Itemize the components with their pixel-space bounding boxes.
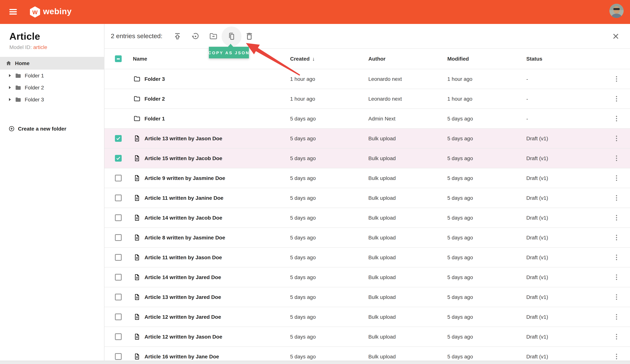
row-checkbox[interactable] (115, 195, 122, 201)
row-modified: 5 days ago (447, 254, 473, 260)
folder-icon (14, 96, 22, 103)
row-menu-kebab[interactable] (613, 313, 620, 321)
expand-caret-icon[interactable] (9, 74, 11, 77)
selection-count-text: 2 entries selected: (111, 32, 162, 40)
sort-desc-icon: ↓ (312, 56, 315, 62)
publish-icon (173, 32, 182, 41)
row-menu-kebab[interactable] (613, 114, 620, 123)
copy-icon (227, 32, 236, 41)
user-avatar[interactable] (610, 4, 624, 18)
move-folder-icon (209, 32, 218, 41)
column-header-modified[interactable]: Modified (447, 56, 469, 62)
folder-icon (133, 95, 141, 102)
row-checkbox[interactable] (115, 254, 122, 261)
row-menu-kebab[interactable] (613, 253, 620, 262)
hamburger-menu-icon[interactable] (9, 9, 17, 14)
table-row[interactable]: Article 8 written by Jasmine Doe 5 days … (104, 227, 630, 247)
row-status: Draft (v1) (526, 215, 548, 221)
column-header-status[interactable]: Status (526, 56, 542, 62)
folder-icon (133, 115, 141, 122)
row-status: - (526, 116, 528, 122)
move-to-folder-button[interactable] (209, 32, 218, 41)
row-menu-kebab[interactable] (613, 194, 620, 202)
model-id: Model ID: article (9, 44, 47, 50)
row-created: 5 days ago (290, 334, 316, 340)
table-row[interactable]: Folder 3 1 hour ago Leonardo next 1 hour… (104, 69, 630, 89)
row-menu-kebab[interactable] (613, 174, 620, 182)
row-menu-kebab[interactable] (613, 273, 620, 281)
row-menu-kebab[interactable] (613, 233, 620, 242)
folder-icon (14, 84, 22, 91)
row-menu-kebab[interactable] (613, 353, 620, 361)
delete-entries-button[interactable] (245, 32, 254, 41)
unpublish-entries-button[interactable] (191, 32, 200, 41)
row-checkbox[interactable] (115, 155, 122, 162)
horizontal-scrollbar-track[interactable] (0, 361, 630, 364)
table-row[interactable]: Article 14 written by Jacob Doe 5 days a… (104, 208, 630, 227)
row-checkbox[interactable] (115, 333, 122, 340)
table-row[interactable]: Folder 2 1 hour ago Leonardo next 1 hour… (104, 89, 630, 108)
document-icon (133, 313, 141, 321)
row-modified: 5 days ago (447, 354, 473, 360)
webiny-logo-icon[interactable]: W (30, 6, 40, 17)
table-row[interactable]: Article 15 written by Jacob Doe 5 days a… (104, 148, 630, 168)
column-header-name[interactable]: Name (133, 56, 147, 62)
select-all-checkbox[interactable] (115, 55, 122, 62)
row-menu-kebab[interactable] (613, 293, 620, 301)
table-row[interactable]: Article 12 written by Jared Doe 5 days a… (104, 307, 630, 327)
row-checkbox[interactable] (115, 314, 122, 320)
row-name: Folder 3 (144, 76, 165, 82)
row-checkbox[interactable] (115, 135, 122, 142)
document-icon (133, 353, 141, 360)
document-icon (133, 214, 141, 221)
publish-entries-button[interactable] (173, 32, 182, 41)
table-row[interactable]: Article 9 written by Jasmine Doe 5 days … (104, 168, 630, 188)
sidebar-item-folder-2[interactable]: Folder 2 (0, 81, 104, 93)
create-new-folder-button[interactable]: Create a new folder (0, 123, 104, 135)
copy-as-json-button[interactable] (227, 32, 236, 41)
table-row[interactable]: Article 13 written by Jared Doe 5 days a… (104, 287, 630, 307)
row-menu-kebab[interactable] (613, 75, 620, 83)
table-row[interactable]: Folder 1 5 days ago Admin Next 5 days ag… (104, 108, 630, 128)
row-checkbox[interactable] (115, 294, 122, 300)
row-created: 5 days ago (290, 135, 316, 141)
model-id-link[interactable]: article (33, 44, 47, 50)
row-menu-kebab[interactable] (613, 134, 620, 143)
sidebar-item-home[interactable]: Home (0, 57, 104, 70)
row-status: Draft (v1) (526, 314, 548, 320)
row-checkbox[interactable] (115, 274, 122, 281)
table-row[interactable]: Article 11 written by Janine Doe 5 days … (104, 188, 630, 208)
sidebar-item-folder-1[interactable]: Folder 1 (0, 70, 104, 81)
trash-icon (245, 32, 254, 41)
row-menu-kebab[interactable] (613, 333, 620, 341)
row-created: 5 days ago (290, 294, 316, 300)
table-row[interactable]: Article 12 written by Jason Doe 5 days a… (104, 327, 630, 347)
table-row[interactable]: Article 14 written by Jared Doe 5 days a… (104, 267, 630, 287)
row-checkbox[interactable] (115, 175, 122, 181)
row-status: Draft (v1) (526, 254, 548, 260)
row-checkbox[interactable] (115, 214, 122, 221)
folder-icon (133, 75, 141, 83)
table-row[interactable]: Article 13 written by Jason Doe 5 days a… (104, 128, 630, 148)
sidebar-item-folder-3[interactable]: Folder 3 (0, 93, 104, 105)
document-icon (133, 234, 141, 241)
close-selection-button[interactable] (612, 32, 620, 40)
row-menu-kebab[interactable] (613, 154, 620, 162)
table-row[interactable]: Article 11 written by Jason Doe 5 days a… (104, 247, 630, 267)
row-author: Bulk upload (368, 294, 396, 300)
kebab-icon (613, 75, 620, 83)
webiny-wordmark: webiny (43, 7, 72, 16)
column-header-author[interactable]: Author (368, 56, 386, 62)
row-name: Article 13 written by Jared Doe (144, 294, 221, 300)
expand-caret-icon[interactable] (9, 98, 11, 101)
expand-caret-icon[interactable] (9, 86, 11, 89)
row-checkbox[interactable] (115, 234, 122, 241)
folder-label: Folder 3 (25, 96, 44, 102)
column-header-created[interactable]: Created↓ (290, 56, 315, 62)
row-menu-kebab[interactable] (613, 214, 620, 222)
row-checkbox[interactable] (115, 353, 122, 360)
row-name: Folder 1 (144, 116, 165, 122)
row-status: Draft (v1) (526, 135, 548, 141)
row-menu-kebab[interactable] (613, 95, 620, 103)
row-name: Article 14 written by Jared Doe (144, 274, 221, 280)
